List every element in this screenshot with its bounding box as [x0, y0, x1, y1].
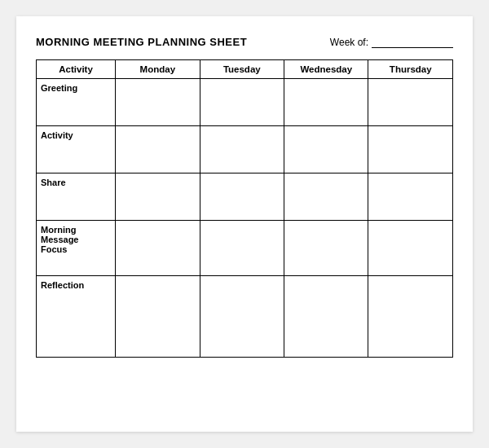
greeting-wednesday[interactable] [284, 79, 368, 126]
table-row: Share [37, 173, 453, 221]
week-of-input[interactable] [372, 37, 453, 48]
table-header-row: Activity Monday Tuesday Wednesday Thursd… [37, 60, 453, 79]
row-label-reflection: Reflection [37, 276, 116, 358]
greeting-tuesday[interactable] [200, 79, 284, 126]
share-thursday[interactable] [368, 173, 453, 221]
share-wednesday[interactable] [284, 173, 368, 221]
col-header-monday: Monday [116, 60, 200, 79]
greeting-monday[interactable] [116, 79, 200, 126]
row-label-greeting: Greeting [37, 79, 116, 126]
col-header-activity: Activity [37, 60, 116, 79]
reflection-tuesday[interactable] [200, 276, 284, 358]
sheet-title: MORNING MEETING PLANNING SHEET [36, 36, 247, 48]
morning-tuesday[interactable] [200, 221, 284, 276]
sheet-header: MORNING MEETING PLANNING SHEET Week of: [36, 36, 453, 48]
planning-table: Activity Monday Tuesday Wednesday Thursd… [36, 59, 453, 358]
planning-sheet: MORNING MEETING PLANNING SHEET Week of: … [16, 16, 473, 432]
col-header-tuesday: Tuesday [200, 60, 284, 79]
morning-monday[interactable] [116, 221, 200, 276]
reflection-monday[interactable] [116, 276, 200, 358]
activity-monday[interactable] [116, 126, 200, 173]
morning-wednesday[interactable] [284, 221, 368, 276]
share-monday[interactable] [116, 173, 200, 221]
row-label-share: Share [37, 173, 116, 221]
col-header-wednesday: Wednesday [284, 60, 368, 79]
col-header-thursday: Thursday [368, 60, 453, 79]
morning-thursday[interactable] [368, 221, 453, 276]
reflection-thursday[interactable] [368, 276, 453, 358]
table-row: Reflection [37, 276, 453, 358]
row-label-activity: Activity [37, 126, 116, 173]
share-tuesday[interactable] [200, 173, 284, 221]
activity-thursday[interactable] [368, 126, 453, 173]
week-of-label: Week of: [330, 37, 368, 48]
table-row: Greeting [37, 79, 453, 126]
week-of-section: Week of: [330, 37, 453, 48]
activity-wednesday[interactable] [284, 126, 368, 173]
table-row: Activity [37, 126, 453, 173]
activity-tuesday[interactable] [200, 126, 284, 173]
row-label-morning-message: Morning MessageFocus [37, 221, 116, 276]
reflection-wednesday[interactable] [284, 276, 368, 358]
table-row: Morning MessageFocus [37, 221, 453, 276]
greeting-thursday[interactable] [368, 79, 453, 126]
